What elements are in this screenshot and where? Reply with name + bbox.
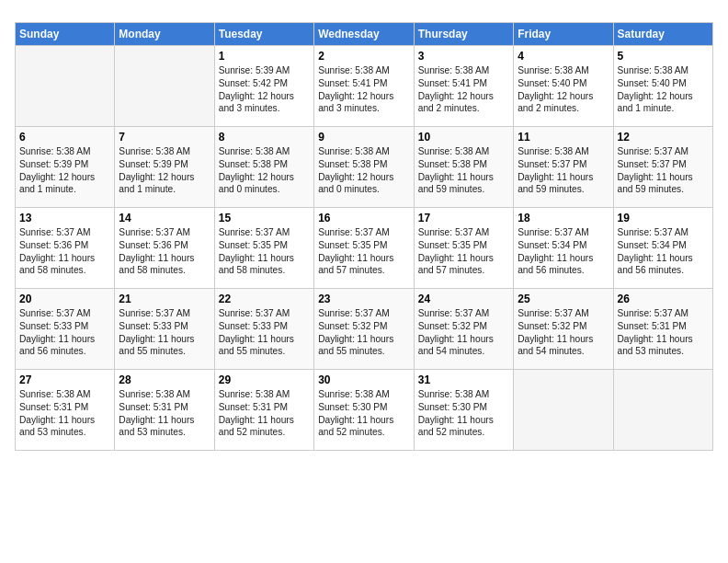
calendar-table: SundayMondayTuesdayWednesdayThursdayFrid… — [15, 22, 713, 451]
day-info: Sunrise: 5:38 AMSunset: 5:30 PMDaylight:… — [318, 388, 410, 439]
calendar-header-row: SundayMondayTuesdayWednesdayThursdayFrid… — [16, 23, 713, 46]
day-number: 8 — [219, 131, 310, 144]
week-row-3: 13Sunrise: 5:37 AMSunset: 5:36 PMDayligh… — [16, 208, 713, 289]
col-header-friday: Friday — [514, 23, 613, 46]
day-info: Sunrise: 5:38 AMSunset: 5:31 PMDaylight:… — [19, 388, 110, 439]
day-info: Sunrise: 5:37 AMSunset: 5:33 PMDaylight:… — [219, 307, 310, 358]
day-number: 27 — [19, 373, 110, 386]
col-header-thursday: Thursday — [414, 23, 513, 46]
day-number: 4 — [518, 50, 609, 63]
day-info: Sunrise: 5:38 AMSunset: 5:40 PMDaylight:… — [518, 64, 609, 115]
day-info: Sunrise: 5:38 AMSunset: 5:37 PMDaylight:… — [518, 145, 609, 196]
day-info: Sunrise: 5:38 AMSunset: 5:39 PMDaylight:… — [19, 145, 110, 196]
week-row-2: 6Sunrise: 5:38 AMSunset: 5:39 PMDaylight… — [16, 127, 713, 208]
day-number: 22 — [219, 293, 310, 305]
day-info: Sunrise: 5:38 AMSunset: 5:38 PMDaylight:… — [318, 145, 410, 196]
day-info: Sunrise: 5:38 AMSunset: 5:40 PMDaylight:… — [618, 64, 709, 115]
day-cell: 27Sunrise: 5:38 AMSunset: 5:31 PMDayligh… — [16, 370, 115, 451]
day-info: Sunrise: 5:38 AMSunset: 5:31 PMDaylight:… — [219, 388, 310, 439]
day-number: 13 — [19, 212, 110, 224]
day-info: Sunrise: 5:37 AMSunset: 5:34 PMDaylight:… — [618, 226, 709, 277]
day-cell: 4Sunrise: 5:38 AMSunset: 5:40 PMDaylight… — [514, 46, 613, 127]
week-row-4: 20Sunrise: 5:37 AMSunset: 5:33 PMDayligh… — [16, 289, 713, 370]
day-info: Sunrise: 5:37 AMSunset: 5:35 PMDaylight:… — [318, 226, 410, 277]
day-cell: 22Sunrise: 5:37 AMSunset: 5:33 PMDayligh… — [214, 289, 313, 370]
day-number: 7 — [119, 131, 210, 144]
day-cell — [514, 370, 613, 451]
day-cell — [16, 46, 115, 127]
day-info: Sunrise: 5:37 AMSunset: 5:32 PMDaylight:… — [518, 307, 609, 358]
col-header-saturday: Saturday — [613, 23, 712, 46]
day-info: Sunrise: 5:37 AMSunset: 5:36 PMDaylight:… — [119, 226, 210, 277]
day-number: 9 — [318, 131, 410, 144]
day-cell: 15Sunrise: 5:37 AMSunset: 5:35 PMDayligh… — [214, 208, 313, 289]
day-number: 5 — [618, 50, 709, 63]
col-header-tuesday: Tuesday — [214, 23, 313, 46]
day-info: Sunrise: 5:39 AMSunset: 5:42 PMDaylight:… — [219, 64, 310, 115]
day-number: 2 — [318, 50, 410, 63]
week-row-1: 1Sunrise: 5:39 AMSunset: 5:42 PMDaylight… — [16, 46, 713, 127]
day-cell: 20Sunrise: 5:37 AMSunset: 5:33 PMDayligh… — [16, 289, 115, 370]
day-info: Sunrise: 5:38 AMSunset: 5:39 PMDaylight:… — [119, 145, 210, 196]
day-number: 6 — [19, 131, 110, 144]
day-number: 20 — [19, 293, 110, 305]
day-number: 23 — [318, 293, 410, 305]
day-cell: 9Sunrise: 5:38 AMSunset: 5:38 PMDaylight… — [314, 127, 415, 208]
day-cell: 18Sunrise: 5:37 AMSunset: 5:34 PMDayligh… — [514, 208, 613, 289]
day-number: 12 — [618, 131, 709, 144]
day-info: Sunrise: 5:37 AMSunset: 5:32 PMDaylight:… — [418, 307, 509, 358]
day-number: 19 — [618, 212, 709, 224]
day-info: Sunrise: 5:38 AMSunset: 5:41 PMDaylight:… — [418, 64, 509, 115]
day-info: Sunrise: 5:37 AMSunset: 5:35 PMDaylight:… — [219, 226, 310, 277]
day-number: 14 — [119, 212, 210, 224]
day-cell: 6Sunrise: 5:38 AMSunset: 5:39 PMDaylight… — [16, 127, 115, 208]
day-cell: 24Sunrise: 5:37 AMSunset: 5:32 PMDayligh… — [414, 289, 513, 370]
day-info: Sunrise: 5:38 AMSunset: 5:41 PMDaylight:… — [318, 64, 410, 115]
day-number: 18 — [518, 212, 609, 224]
day-info: Sunrise: 5:37 AMSunset: 5:33 PMDaylight:… — [119, 307, 210, 358]
day-cell: 3Sunrise: 5:38 AMSunset: 5:41 PMDaylight… — [414, 46, 513, 127]
day-cell — [115, 46, 214, 127]
day-info: Sunrise: 5:38 AMSunset: 5:38 PMDaylight:… — [418, 145, 509, 196]
day-cell: 19Sunrise: 5:37 AMSunset: 5:34 PMDayligh… — [613, 208, 712, 289]
day-cell: 14Sunrise: 5:37 AMSunset: 5:36 PMDayligh… — [115, 208, 214, 289]
day-number: 1 — [219, 50, 310, 63]
day-cell: 1Sunrise: 5:39 AMSunset: 5:42 PMDaylight… — [214, 46, 313, 127]
day-number: 30 — [318, 373, 410, 386]
day-cell: 21Sunrise: 5:37 AMSunset: 5:33 PMDayligh… — [115, 289, 214, 370]
day-cell: 5Sunrise: 5:38 AMSunset: 5:40 PMDaylight… — [613, 46, 712, 127]
col-header-sunday: Sunday — [16, 23, 115, 46]
day-info: Sunrise: 5:37 AMSunset: 5:31 PMDaylight:… — [618, 307, 709, 358]
day-cell — [613, 370, 712, 451]
col-header-wednesday: Wednesday — [314, 23, 415, 46]
day-cell: 2Sunrise: 5:38 AMSunset: 5:41 PMDaylight… — [314, 46, 415, 127]
day-number: 15 — [219, 212, 310, 224]
day-cell: 12Sunrise: 5:37 AMSunset: 5:37 PMDayligh… — [613, 127, 712, 208]
day-number: 28 — [119, 373, 210, 386]
day-info: Sunrise: 5:38 AMSunset: 5:31 PMDaylight:… — [119, 388, 210, 439]
day-cell: 31Sunrise: 5:38 AMSunset: 5:30 PMDayligh… — [414, 370, 513, 451]
day-cell: 13Sunrise: 5:37 AMSunset: 5:36 PMDayligh… — [16, 208, 115, 289]
day-number: 10 — [418, 131, 509, 144]
day-number: 26 — [618, 293, 709, 305]
day-info: Sunrise: 5:38 AMSunset: 5:38 PMDaylight:… — [219, 145, 310, 196]
week-row-5: 27Sunrise: 5:38 AMSunset: 5:31 PMDayligh… — [16, 370, 713, 451]
day-cell: 10Sunrise: 5:38 AMSunset: 5:38 PMDayligh… — [414, 127, 513, 208]
day-cell: 29Sunrise: 5:38 AMSunset: 5:31 PMDayligh… — [214, 370, 313, 451]
day-cell: 16Sunrise: 5:37 AMSunset: 5:35 PMDayligh… — [314, 208, 415, 289]
day-info: Sunrise: 5:38 AMSunset: 5:30 PMDaylight:… — [418, 388, 509, 439]
day-number: 31 — [418, 373, 509, 386]
day-cell: 7Sunrise: 5:38 AMSunset: 5:39 PMDaylight… — [115, 127, 214, 208]
day-number: 21 — [119, 293, 210, 305]
day-info: Sunrise: 5:37 AMSunset: 5:35 PMDaylight:… — [418, 226, 509, 277]
day-cell: 11Sunrise: 5:38 AMSunset: 5:37 PMDayligh… — [514, 127, 613, 208]
day-cell: 17Sunrise: 5:37 AMSunset: 5:35 PMDayligh… — [414, 208, 513, 289]
day-number: 24 — [418, 293, 509, 305]
day-info: Sunrise: 5:37 AMSunset: 5:34 PMDaylight:… — [518, 226, 609, 277]
col-header-monday: Monday — [115, 23, 214, 46]
day-info: Sunrise: 5:37 AMSunset: 5:33 PMDaylight:… — [19, 307, 110, 358]
day-cell: 30Sunrise: 5:38 AMSunset: 5:30 PMDayligh… — [314, 370, 415, 451]
day-number: 17 — [418, 212, 509, 224]
day-cell: 28Sunrise: 5:38 AMSunset: 5:31 PMDayligh… — [115, 370, 214, 451]
day-cell: 26Sunrise: 5:37 AMSunset: 5:31 PMDayligh… — [613, 289, 712, 370]
